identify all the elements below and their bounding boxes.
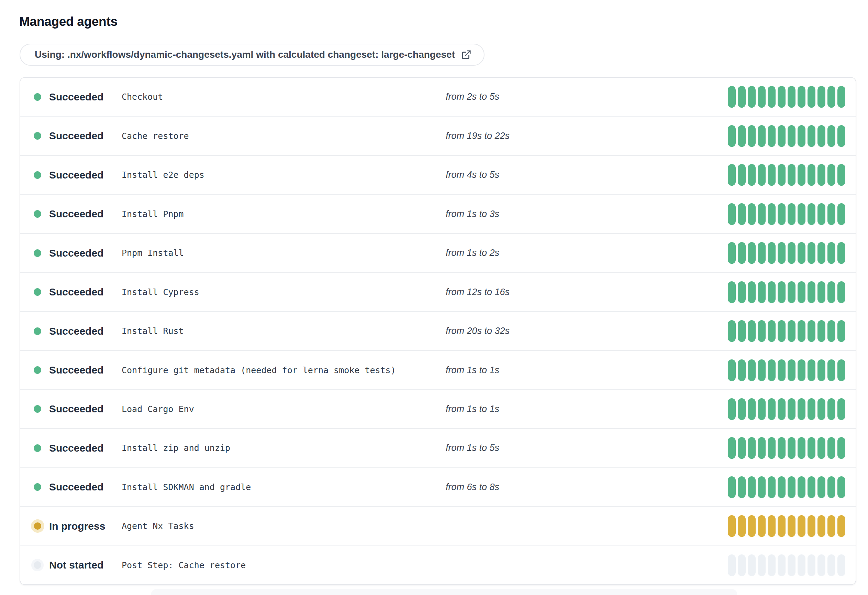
progress-segment: [768, 477, 776, 498]
progress-segment: [818, 86, 825, 108]
status-dot: [31, 402, 44, 416]
progress-segment: [778, 242, 785, 264]
agent-step-row-13[interactable]: Not started Post Step: Cache restore: [20, 545, 856, 584]
progress-segment: [768, 437, 776, 459]
status-label: Succeeded: [49, 481, 122, 493]
progress-segment: [778, 554, 785, 576]
progress-segment: [818, 437, 825, 459]
agent-step-row-6[interactable]: Succeeded Install Cypress from 12s to 16…: [20, 272, 856, 311]
progress-segment: [768, 203, 776, 225]
agent-step-row-1[interactable]: Succeeded Checkout from 2s to 5s: [20, 78, 856, 116]
progress-segment: [778, 398, 785, 420]
status-dot: [31, 363, 44, 377]
progress-segment: [758, 320, 766, 342]
status-label: Succeeded: [49, 91, 122, 103]
progress-segment: [788, 86, 796, 108]
agent-step-row-2[interactable]: Succeeded Cache restore from 19s to 22s: [20, 116, 856, 155]
progress-segment: [778, 203, 785, 225]
agent-step-row-11[interactable]: Succeeded Install SDKMAN and gradle from…: [20, 468, 856, 506]
progress-segment: [818, 320, 825, 342]
progress-segment: [837, 242, 845, 264]
progress-segment: [768, 242, 776, 264]
step-name: Load Cargo Env: [122, 404, 446, 414]
progress-segment: [748, 477, 756, 498]
progress-segment: [827, 477, 836, 498]
progress-segment: [837, 125, 845, 147]
agent-step-row-8[interactable]: Succeeded Configure git metadata (needed…: [20, 350, 856, 389]
progress-segment: [807, 203, 815, 225]
progress-segment: [778, 164, 785, 186]
step-name: Post Step: Cache restore: [122, 560, 446, 570]
progress-segment: [837, 398, 845, 420]
progress-segment: [768, 86, 776, 108]
progress-segment: [758, 203, 766, 225]
progress-segments: [728, 203, 845, 225]
status-dot: [31, 441, 44, 455]
progress-segment: [738, 477, 745, 498]
progress-segment: [827, 360, 836, 381]
step-name: Install Rust: [122, 326, 446, 336]
progress-segment: [778, 86, 785, 108]
progress-segment: [738, 515, 745, 537]
status-dot: [31, 168, 44, 182]
status-label: Succeeded: [49, 169, 122, 181]
progress-segment: [807, 320, 815, 342]
progress-segment: [758, 360, 766, 381]
progress-segment: [837, 86, 845, 108]
workflow-config-label: Using: .nx/workflows/dynamic-changesets.…: [35, 49, 455, 60]
progress-segment: [818, 203, 825, 225]
next-section-peek: [151, 589, 737, 595]
progress-segment: [758, 86, 766, 108]
agent-step-row-10[interactable]: Succeeded Install zip and unzip from 1s …: [20, 428, 856, 467]
agent-step-row-4[interactable]: Succeeded Install Pnpm from 1s to 3s: [20, 194, 856, 233]
progress-segment: [738, 242, 745, 264]
agent-step-row-5[interactable]: Succeeded Pnpm Install from 1s to 2s: [20, 233, 856, 272]
progress-segment: [807, 360, 815, 381]
progress-segment: [748, 242, 756, 264]
progress-segment: [768, 125, 776, 147]
progress-segment: [748, 320, 756, 342]
status-dot: [31, 285, 44, 299]
progress-segment: [728, 164, 736, 186]
progress-segment: [728, 125, 736, 147]
progress-segment: [748, 437, 756, 459]
progress-segment: [788, 554, 796, 576]
progress-segment: [758, 125, 766, 147]
progress-segments: [728, 320, 845, 342]
agent-step-row-12[interactable]: In progress Agent Nx Tasks: [20, 506, 856, 545]
agent-step-row-9[interactable]: Succeeded Load Cargo Env from 1s to 1s: [20, 389, 856, 428]
progress-segment: [728, 242, 736, 264]
progress-segment: [827, 86, 836, 108]
progress-segment: [788, 125, 796, 147]
progress-segment: [738, 203, 745, 225]
progress-segment: [827, 242, 836, 264]
agent-step-row-3[interactable]: Succeeded Install e2e deps from 4s to 5s: [20, 155, 856, 194]
status-label: In progress: [49, 520, 122, 532]
step-name: Install SDKMAN and gradle: [122, 482, 446, 492]
step-duration: from 12s to 16s: [446, 287, 509, 298]
progress-segment: [748, 125, 756, 147]
progress-segment: [778, 515, 785, 537]
progress-segment: [788, 281, 796, 303]
step-name: Configure git metadata (needed for lerna…: [122, 365, 446, 375]
status-label: Succeeded: [49, 403, 122, 415]
progress-segment: [738, 86, 745, 108]
progress-segments: [728, 242, 845, 264]
progress-segment: [788, 398, 796, 420]
status-dot: [31, 129, 44, 143]
agent-step-row-7[interactable]: Succeeded Install Rust from 20s to 32s: [20, 311, 856, 350]
progress-segment: [807, 554, 815, 576]
progress-segments: [728, 554, 845, 576]
step-duration: from 2s to 5s: [446, 92, 499, 102]
status-label: Succeeded: [49, 326, 122, 337]
status-label: Succeeded: [49, 130, 122, 142]
page-title: Managed agents: [19, 15, 118, 29]
progress-segments: [728, 437, 845, 459]
progress-segment: [837, 164, 845, 186]
progress-segment: [807, 477, 815, 498]
progress-segment: [728, 515, 736, 537]
progress-segment: [807, 242, 815, 264]
progress-segment: [738, 281, 745, 303]
progress-segment: [827, 437, 836, 459]
workflow-config-link[interactable]: Using: .nx/workflows/dynamic-changesets.…: [19, 44, 484, 66]
